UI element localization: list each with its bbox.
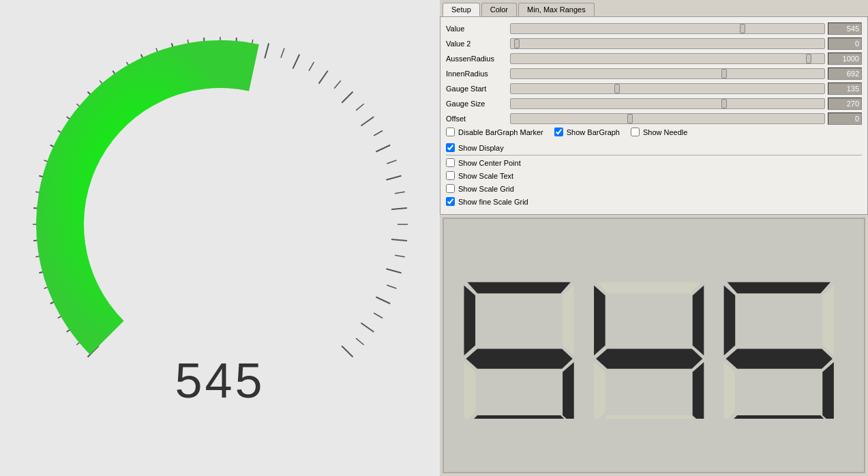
slider-track-offset[interactable] (510, 113, 825, 124)
svg-marker-70 (724, 286, 736, 356)
svg-marker-57 (563, 286, 574, 356)
checkbox-show-display[interactable] (446, 143, 455, 152)
svg-marker-72 (726, 348, 833, 368)
slider-track-gaugesize[interactable] (510, 98, 825, 109)
slider-thumb-innenradius[interactable] (721, 69, 727, 78)
slider-track-gaugestart[interactable] (510, 83, 825, 94)
slider-value-gaugestart: 135 (828, 83, 862, 95)
slider-thumb-offset[interactable] (627, 114, 633, 123)
checkbox-disable-bargraph-marker[interactable] (446, 128, 455, 136)
svg-line-44 (391, 208, 407, 209)
gauge-panel: 545 (0, 0, 440, 476)
svg-marker-65 (596, 348, 702, 368)
checkbox-row-show-fine-scale-grid: Show fine Scale Grid (446, 197, 862, 206)
svg-marker-73 (724, 362, 736, 419)
tab-minmax[interactable]: Min, Max Ranges (518, 3, 595, 16)
checkboxes-row1: Disable BarGraph MarkerShow BarGraphShow… (446, 128, 862, 139)
checkbox-row-show-scale-grid: Show Scale Grid (446, 184, 862, 193)
slider-label-aussenradius: AussenRadius (446, 55, 507, 63)
svg-marker-60 (563, 362, 574, 419)
checkbox-show-scale-text[interactable] (446, 171, 455, 180)
slider-value-offset: 0 (828, 113, 862, 125)
svg-line-30 (265, 43, 269, 58)
slider-track-aussenradius[interactable] (510, 53, 825, 64)
slider-value-gaugesize: 270 (828, 98, 862, 110)
tabs-bar: Setup Color Min, Max Ranges (440, 0, 868, 16)
slider-row-gaugestart: Gauge Start135 (446, 83, 862, 95)
svg-marker-75 (728, 415, 830, 419)
checkbox-row-show-needle: Show Needle (631, 128, 687, 136)
svg-line-36 (342, 92, 353, 103)
lcd-display-panel (443, 218, 865, 473)
svg-line-42 (386, 176, 401, 180)
checkbox-row-show-scale-text: Show Scale Text (446, 171, 862, 180)
slider-track-value2[interactable] (510, 38, 825, 49)
svg-line-41 (387, 160, 396, 164)
checkbox-show-scale-grid[interactable] (446, 184, 455, 193)
svg-marker-61 (467, 415, 570, 419)
slider-row-gaugesize: Gauge Size270 (446, 98, 862, 110)
checkbox-label-show-scale-grid: Show Scale Grid (458, 185, 514, 193)
svg-marker-68 (597, 415, 700, 419)
svg-marker-63 (594, 286, 605, 356)
svg-line-47 (395, 255, 405, 257)
checkbox-row-show-center-point: Show Center Point (446, 158, 862, 167)
slider-value-aussenradius: 1000 (828, 53, 862, 65)
svg-line-54 (342, 346, 353, 357)
slider-label-innenradius: InnenRadius (446, 70, 507, 78)
checkbox-label-show-scale-text: Show Scale Text (458, 172, 513, 180)
svg-marker-69 (728, 282, 830, 294)
svg-marker-55 (467, 282, 570, 294)
svg-line-40 (376, 145, 390, 152)
svg-line-50 (376, 297, 390, 303)
gauge-container: 545 (23, 27, 418, 449)
slider-track-value[interactable] (510, 23, 825, 34)
checkbox-label-show-center-point: Show Center Point (458, 159, 521, 167)
slider-label-gaugesize: Gauge Size (446, 100, 507, 108)
checkbox-show-needle[interactable] (631, 128, 640, 136)
slider-label-value: Value (446, 25, 507, 33)
slider-thumb-gaugestart[interactable] (614, 84, 620, 93)
sliders-container: Value545Value 20AussenRadius1000InnenRad… (446, 23, 862, 125)
svg-marker-62 (597, 282, 700, 294)
slider-thumb-aussenradius[interactable] (806, 54, 811, 63)
slider-track-innenradius[interactable] (510, 68, 825, 79)
slider-value-value2: 0 (828, 38, 862, 50)
svg-marker-71 (822, 286, 834, 356)
slider-row-innenradius: InnenRadius692 (446, 68, 862, 80)
svg-line-33 (309, 62, 314, 71)
slider-row-aussenradius: AussenRadius1000 (446, 53, 862, 65)
checkbox-row-disable-bargraph-marker: Disable BarGraph Marker (446, 128, 543, 136)
checkbox-label-show-bargraph: Show BarGraph (567, 128, 620, 136)
svg-line-39 (374, 131, 383, 136)
checkbox-label-show-fine-scale-grid: Show fine Scale Grid (458, 198, 528, 206)
slider-value-innenradius: 692 (828, 68, 862, 80)
svg-marker-58 (466, 348, 572, 368)
gauge-value-display: 545 (175, 353, 265, 408)
svg-line-37 (356, 104, 363, 110)
settings-area: Value545Value 20AussenRadius1000InnenRad… (440, 16, 868, 215)
svg-marker-66 (594, 362, 605, 419)
checkbox-show-bargraph[interactable] (554, 128, 563, 136)
right-panel: Setup Color Min, Max Ranges Value545Valu… (440, 0, 868, 476)
checkbox-label-disable-bargraph-marker: Disable BarGraph Marker (458, 128, 543, 136)
separator (446, 155, 862, 155)
svg-line-46 (391, 239, 407, 241)
svg-line-35 (334, 80, 341, 88)
svg-marker-59 (464, 362, 475, 419)
slider-thumb-value2[interactable] (514, 39, 520, 48)
slider-thumb-gaugesize[interactable] (721, 99, 727, 108)
slider-thumb-value[interactable] (740, 24, 745, 33)
svg-line-48 (386, 269, 401, 273)
slider-value-value: 545 (828, 23, 862, 35)
checkbox-show-center-point[interactable] (446, 158, 455, 167)
svg-line-53 (356, 338, 363, 345)
checkbox-show-fine-scale-grid[interactable] (446, 197, 455, 206)
tab-setup[interactable]: Setup (443, 3, 480, 16)
slider-row-value: Value545 (446, 23, 862, 35)
svg-line-32 (293, 55, 299, 69)
lcd-svg (444, 272, 864, 419)
checkboxes-col: Show Center PointShow Scale TextShow Sca… (446, 158, 862, 209)
svg-line-52 (361, 323, 374, 332)
tab-color[interactable]: Color (481, 3, 517, 16)
